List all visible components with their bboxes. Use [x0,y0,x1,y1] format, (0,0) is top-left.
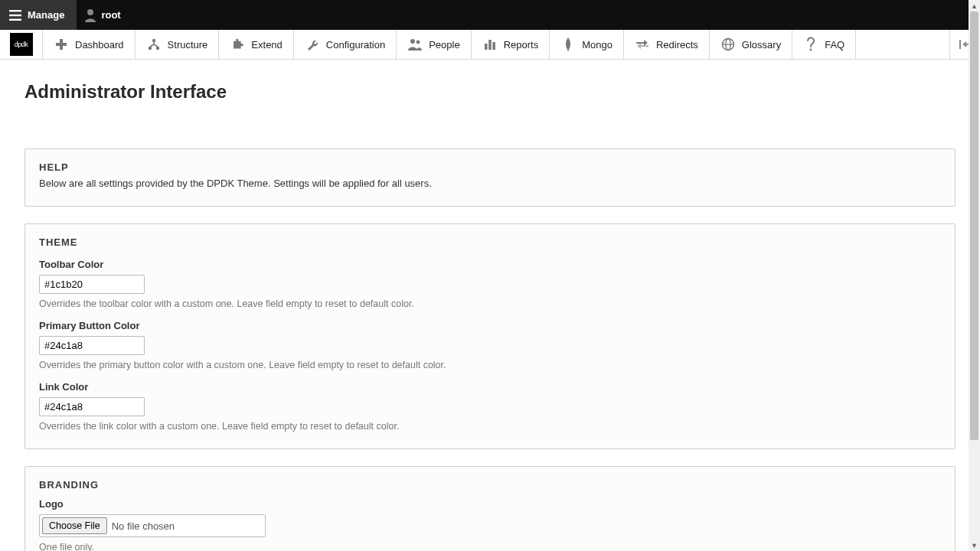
page-title: Administrator Interface [24,81,956,103]
svg-rect-13 [492,42,495,50]
nav-label: Dashboard [75,39,124,51]
toolbar-color-field: Toolbar Color Overrides the toolbar colo… [39,259,941,309]
help-section: HELP Below are all settings provided by … [24,148,956,207]
choose-file-button[interactable]: Choose File [42,517,107,534]
primary-button-color-desc: Overrides the primary button color with … [39,360,941,370]
svg-rect-5 [56,43,67,46]
nav-spacer [855,30,949,59]
people-icon [407,37,423,52]
user-menu[interactable]: root [77,0,132,30]
toolbar-color-input[interactable] [39,275,145,294]
logo-label: Logo [39,498,941,510]
svg-point-8 [155,47,158,50]
toolbar-color-label: Toolbar Color [39,259,941,270]
link-color-desc: Overrides the link color with a custom o… [39,421,941,432]
nav-faq[interactable]: FAQ [792,30,855,59]
user-label: root [101,9,120,21]
admin-navbar: dpdk Dashboard Structure Extend Configur… [0,30,980,60]
help-legend: HELP [39,161,941,173]
nav-label: Reports [504,39,539,51]
nav-label: Glossary [742,39,781,51]
manage-menu[interactable]: Manage [0,0,77,30]
link-color-input[interactable] [39,397,145,416]
user-icon [84,8,96,22]
logo-text: dpdk [10,33,33,56]
nav-label: Redirects [656,39,698,51]
question-icon [803,37,818,52]
help-text: Below are all settings provided by the D… [39,178,941,189]
hamburger-icon [9,10,21,21]
branding-legend: BRANDING [39,479,941,491]
svg-point-10 [416,41,420,44]
leaf-icon [560,37,576,52]
nav-glossary[interactable]: Glossary [709,30,792,59]
nav-label: Mongo [582,39,612,51]
svg-rect-0 [9,10,21,11]
primary-button-color-field: Primary Button Color Overrides the prima… [39,320,941,370]
svg-point-9 [410,39,415,44]
nav-configuration[interactable]: Configuration [293,30,396,59]
theme-legend: THEME [39,236,941,248]
file-chosen-text: No file chosen [112,520,175,532]
vertical-scrollbar[interactable]: ▲ ▼ [969,0,980,551]
svg-rect-12 [488,40,492,50]
nav-mongo[interactable]: Mongo [549,30,623,59]
nav-label: Configuration [326,39,385,51]
nav-reports[interactable]: Reports [471,30,550,59]
svg-rect-14 [568,49,569,51]
puzzle-icon [230,37,245,52]
admin-topbar: Manage root [0,0,980,30]
plus-icon [54,37,69,52]
svg-point-18 [810,49,812,51]
logo-desc: One file only. [39,542,941,551]
scroll-up-icon[interactable]: ▲ [969,0,980,11]
nav-extend[interactable]: Extend [218,30,292,59]
wrench-icon [305,37,320,52]
svg-point-6 [152,39,155,42]
bars-icon [482,37,498,52]
site-logo[interactable]: dpdk [0,30,42,59]
scroll-down-icon[interactable]: ▼ [969,540,980,551]
nav-label: People [429,39,459,51]
svg-rect-19 [959,40,961,49]
nav-redirects[interactable]: Redirects [623,30,709,59]
toolbar-color-desc: Overrides the toolbar color with a custo… [39,298,941,309]
primary-button-color-input[interactable] [39,336,145,355]
nav-label: FAQ [825,39,844,51]
nav-structure[interactable]: Structure [135,30,219,59]
redirect-icon [635,37,650,52]
svg-rect-2 [9,18,21,20]
link-color-field: Link Color Overrides the link color with… [39,381,941,432]
logo-field: Logo Choose File No file chosen One file… [39,498,941,551]
nav-dashboard[interactable]: Dashboard [42,30,135,59]
svg-point-7 [148,47,151,50]
logo-file-input[interactable]: Choose File No file chosen [39,514,266,537]
nav-label: Structure [168,39,208,51]
svg-rect-1 [9,14,21,15]
scrollbar-thumb[interactable] [970,11,978,440]
globe-icon [720,37,736,52]
svg-rect-11 [485,44,488,50]
primary-button-color-label: Primary Button Color [39,320,941,331]
theme-section: THEME Toolbar Color Overrides the toolba… [24,223,956,449]
svg-point-3 [87,9,93,15]
link-color-label: Link Color [39,381,941,393]
nav-label: Extend [251,39,282,51]
nav-people[interactable]: People [396,30,470,59]
tree-icon [146,37,162,52]
manage-label: Manage [28,9,64,21]
branding-section: BRANDING Logo Choose File No file chosen… [24,466,956,551]
